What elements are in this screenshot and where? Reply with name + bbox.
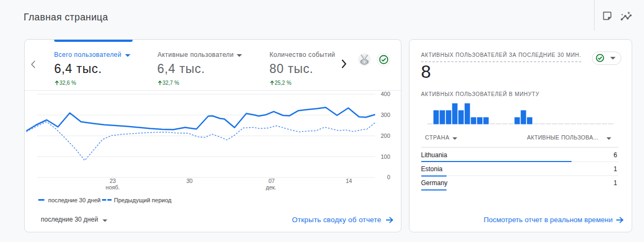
svg-text:нояб.: нояб. [106,184,120,190]
svg-text:14: 14 [346,178,352,184]
svg-text:0: 0 [387,174,390,180]
svg-text:100: 100 [380,153,390,160]
svg-text:07: 07 [268,178,275,184]
svg-text:дек.: дек. [266,184,276,190]
svg-text:400: 400 [380,91,390,97]
svg-text:30: 30 [186,178,193,184]
svg-text:23: 23 [109,178,116,184]
svg-text:300: 300 [380,112,390,118]
svg-text:200: 200 [380,133,390,139]
